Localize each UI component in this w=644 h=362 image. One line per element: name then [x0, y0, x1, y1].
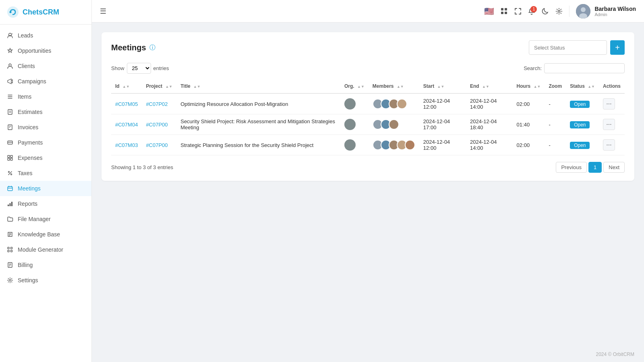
page-title: Meetings [111, 43, 146, 52]
col-project[interactable]: Project ▲▼ [142, 79, 176, 93]
meetings-icon [6, 185, 14, 192]
sidebar-item-reports[interactable]: Reports [0, 196, 91, 211]
search-input[interactable] [544, 63, 625, 73]
sort-hours-icon: ▲▼ [534, 85, 541, 89]
sidebar-item-opportunities[interactable]: Opportunities [0, 43, 91, 58]
payments-icon [6, 139, 14, 146]
sidebar-label-settings: Settings [18, 277, 38, 283]
page-header: Meetings ⓘ + [111, 40, 625, 55]
sidebar-label-billing: Billing [18, 262, 33, 268]
col-start[interactable]: Start ▲▼ [419, 79, 466, 93]
clients-icon [6, 62, 14, 70]
header-actions: 🇺🇸 1 [484, 4, 636, 19]
svg-point-21 [11, 174, 12, 175]
svg-rect-33 [11, 247, 12, 249]
table-row: #C07M05 #C07P02 Optimizing Resource Allo… [111, 93, 625, 114]
sort-start-icon: ▲▼ [437, 85, 445, 89]
fullscreen-button[interactable] [514, 8, 522, 15]
sidebar-item-payments[interactable]: Payments [0, 135, 91, 150]
status-select[interactable] [529, 40, 607, 55]
sidebar-item-meetings[interactable]: Meetings [0, 181, 91, 196]
col-zoom: Zoom [545, 79, 566, 93]
sidebar-item-invoices[interactable]: Invoices [0, 120, 91, 135]
sidebar-label-meetings: Meetings [18, 185, 41, 192]
page-1-button[interactable]: 1 [588, 162, 602, 173]
col-members[interactable]: Members ▲▼ [369, 79, 419, 93]
showing-text: Showing 1 to 3 of 3 entries [111, 164, 173, 170]
app-name: ChetsCRM [23, 8, 59, 17]
col-org[interactable]: Org. ▲▼ [340, 79, 369, 93]
info-icon[interactable]: ⓘ [149, 44, 155, 52]
language-flag[interactable]: 🇺🇸 [484, 6, 494, 16]
sort-org-icon: ▲▼ [357, 85, 364, 89]
sidebar-item-campaigns[interactable]: Campaigns [0, 74, 91, 89]
hamburger-button[interactable]: ☰ [100, 7, 106, 16]
col-id[interactable]: Id ▲▼ [111, 79, 142, 93]
col-title[interactable]: Title ▲▼ [176, 79, 340, 93]
search-label: Search: [524, 65, 542, 71]
sidebar-item-clients[interactable]: Clients [0, 58, 91, 74]
action-menu-button[interactable]: ··· [603, 98, 615, 110]
action-menu-button[interactable]: ··· [603, 139, 615, 151]
sidebar-item-estimates[interactable]: Estimates [0, 104, 91, 120]
org-avatar [344, 139, 356, 151]
project-link[interactable]: #C07P00 [146, 122, 168, 128]
cell-end: 2024-12-04 18:40 [466, 114, 513, 135]
cell-project: #C07P00 [142, 114, 176, 135]
sort-project-icon: ▲▼ [165, 85, 172, 89]
table-row: #C07M04 #C07P00 Security Shield Project:… [111, 114, 625, 135]
sidebar-item-taxes[interactable]: Taxes [0, 165, 91, 181]
meeting-id-link[interactable]: #C07M03 [115, 142, 138, 148]
sidebar-item-billing[interactable]: Billing [0, 257, 91, 273]
action-menu-button[interactable]: ··· [603, 119, 615, 130]
page-card: Meetings ⓘ + Show 102550100 entries Sear… [101, 32, 634, 181]
svg-rect-22 [8, 187, 12, 191]
sidebar-item-module-generator[interactable]: Module Generator [0, 242, 91, 257]
sidebar-item-settings[interactable]: Settings [0, 273, 91, 288]
sidebar-item-expenses[interactable]: Expenses [0, 150, 91, 165]
meeting-id-link[interactable]: #C07M05 [115, 101, 138, 107]
sort-title-icon: ▲▼ [193, 85, 201, 89]
sidebar-label-knowledge-base: Knowledge Base [18, 231, 60, 238]
dark-mode-button[interactable] [542, 8, 549, 15]
sidebar-logo: ChetsCRM [0, 0, 91, 25]
notifications-button[interactable]: 1 [528, 8, 535, 15]
svg-rect-26 [8, 205, 9, 206]
svg-point-4 [9, 64, 11, 66]
member-avatar [405, 140, 415, 150]
sidebar-label-taxes: Taxes [18, 170, 33, 176]
app-logo-icon [6, 6, 19, 19]
col-status[interactable]: Status ▲▼ [566, 79, 599, 93]
settings-button[interactable] [555, 8, 563, 15]
col-hours[interactable]: Hours ▲▼ [513, 79, 545, 93]
taxes-icon [6, 170, 14, 177]
sidebar-item-leads[interactable]: Leads [0, 28, 91, 43]
add-meeting-button[interactable]: + [610, 40, 625, 55]
cell-actions: ··· [599, 114, 625, 135]
project-link[interactable]: #C07P02 [146, 101, 168, 107]
apps-icon-button[interactable] [501, 8, 508, 15]
previous-button[interactable]: Previous [556, 162, 587, 173]
next-button[interactable]: Next [603, 162, 625, 173]
pagination-row: Showing 1 to 3 of 3 entries Previous 1 N… [111, 162, 625, 173]
cell-hours: 02:00 [513, 93, 545, 114]
svg-point-47 [581, 7, 586, 12]
sidebar-item-knowledge-base[interactable]: Knowledge Base [0, 227, 91, 242]
cell-members [369, 114, 419, 135]
cell-project: #C07P00 [142, 135, 176, 155]
cell-title: Security Shield Project: Risk Assessment… [176, 114, 340, 135]
campaigns-icon [6, 78, 14, 85]
meeting-id-link[interactable]: #C07M04 [115, 122, 138, 128]
entries-select[interactable]: 102550100 [127, 63, 151, 74]
pagination: Previous 1 Next [556, 162, 625, 173]
project-link[interactable]: #C07P00 [146, 142, 168, 148]
col-end[interactable]: End ▲▼ [466, 79, 513, 93]
sidebar-item-file-manager[interactable]: File Manager [0, 211, 91, 227]
cell-start: 2024-12-04 17:00 [419, 114, 466, 135]
sort-id-icon: ▲▼ [122, 85, 130, 89]
sidebar-item-items[interactable]: Items [0, 89, 91, 104]
sidebar-label-campaigns: Campaigns [18, 78, 46, 85]
user-profile[interactable]: Barbara Wilson Admin [576, 4, 636, 19]
meetings-table: Id ▲▼ Project ▲▼ Title ▲▼ Org. ▲▼ Member… [111, 79, 625, 155]
svg-rect-42 [505, 8, 507, 10]
